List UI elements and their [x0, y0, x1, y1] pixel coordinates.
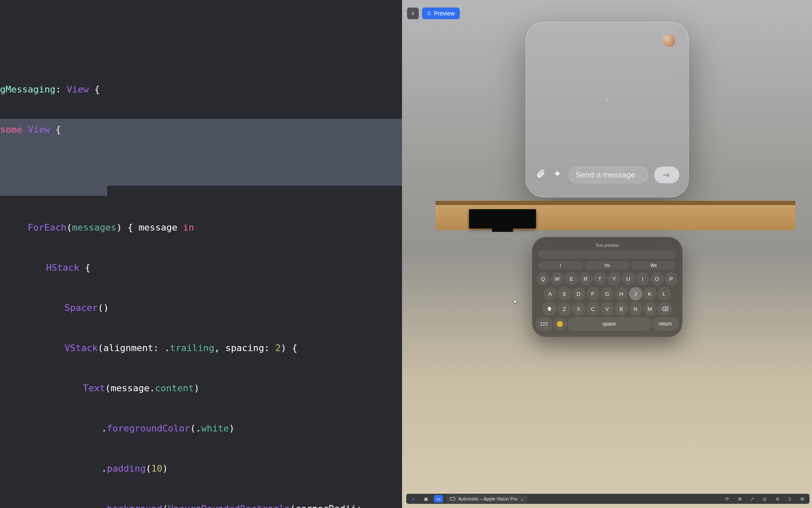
- preview-pill[interactable]: Preview: [422, 8, 460, 19]
- zoom-in-icon[interactable]: ⊕: [735, 495, 744, 503]
- key-z[interactable]: Z: [558, 302, 571, 316]
- app-window: ⌄ Send a message ➔: [526, 22, 689, 198]
- key-return[interactable]: return: [652, 317, 679, 331]
- key-h[interactable]: H: [615, 287, 628, 300]
- message-placeholder: Send a message: [576, 170, 636, 180]
- key-c[interactable]: C: [586, 302, 600, 316]
- zoom-100-icon[interactable]: ◎: [760, 495, 769, 503]
- canvas-bottom-bar: ● ▣ ▭ Automatic – Apple Vision Pro ⌄ ⟳ ⊕…: [406, 494, 809, 504]
- delete-icon: [662, 306, 668, 311]
- key-m[interactable]: M: [643, 302, 657, 316]
- key-t[interactable]: T: [593, 272, 607, 285]
- key-a[interactable]: A: [544, 287, 557, 300]
- key-f[interactable]: F: [586, 287, 600, 300]
- pin-icon: [410, 11, 415, 16]
- key-e[interactable]: E: [565, 272, 578, 285]
- device-selector[interactable]: Automatic – Apple Vision Pro ⌄: [446, 495, 527, 503]
- shift-icon: [546, 306, 552, 312]
- paperclip-icon[interactable]: [535, 169, 546, 181]
- key-u[interactable]: U: [622, 272, 635, 285]
- arrow-right-icon: ➔: [663, 170, 670, 180]
- keyboard-preview-label: Text preview: [536, 243, 679, 248]
- bookmark-icon: [427, 11, 431, 15]
- key-s[interactable]: S: [558, 287, 571, 300]
- preview-canvas: Preview ⌄ Send a message ➔ Text preview: [402, 0, 812, 508]
- key-v[interactable]: V: [601, 302, 614, 316]
- key-p[interactable]: P: [665, 272, 678, 285]
- message-composer: Send a message ➔: [535, 165, 679, 185]
- key-l[interactable]: L: [657, 287, 671, 300]
- bounds-icon[interactable]: ▣: [421, 495, 430, 503]
- rotate-icon[interactable]: ⟳: [722, 495, 732, 503]
- avatar[interactable]: [662, 34, 676, 47]
- svg-rect-0: [450, 498, 455, 500]
- key-shift[interactable]: [542, 302, 557, 316]
- selectable-icon[interactable]: ▭: [434, 495, 443, 503]
- device-frame-icon[interactable]: ⧉: [798, 495, 807, 503]
- key-k[interactable]: K: [643, 287, 657, 300]
- layout-icon[interactable]: ▯: [785, 495, 794, 503]
- key-w[interactable]: W: [551, 272, 564, 285]
- key-b[interactable]: B: [615, 302, 628, 316]
- send-button[interactable]: ➔: [654, 167, 679, 183]
- keyboard-preview-field[interactable]: [538, 250, 676, 259]
- suggestion[interactable]: We: [631, 261, 676, 269]
- key-n[interactable]: N: [629, 302, 642, 316]
- live-indicator-icon[interactable]: ●: [409, 495, 418, 503]
- zoom-fit-icon[interactable]: ⤢: [748, 495, 757, 503]
- key-123[interactable]: 123: [536, 317, 552, 331]
- key-i[interactable]: I: [636, 272, 650, 285]
- key-o[interactable]: O: [650, 272, 664, 285]
- suggestion[interactable]: I: [538, 261, 583, 269]
- zoom-out-icon[interactable]: ⊖: [773, 495, 782, 503]
- bolt-icon[interactable]: [552, 169, 563, 181]
- key-y[interactable]: Y: [608, 272, 621, 285]
- suggestion-row: I I'm We: [538, 261, 676, 269]
- key-g[interactable]: G: [601, 287, 614, 300]
- code-editor[interactable]: gMessaging: View { some View { ForEach(m…: [0, 0, 402, 508]
- chevron-down-icon: ⌄: [604, 93, 610, 103]
- suggestion[interactable]: I'm: [585, 261, 629, 269]
- key-delete[interactable]: [657, 302, 673, 316]
- preview-toolbar: Preview: [407, 8, 460, 19]
- headset-icon: [450, 497, 456, 501]
- message-input[interactable]: Send a message: [569, 167, 648, 183]
- virtual-keyboard: Text preview I I'm We QWERTYUIOP ASDFGHJ…: [532, 237, 683, 337]
- cursor-icon: [513, 299, 519, 305]
- key-d[interactable]: D: [572, 287, 585, 300]
- chevron-down-icon: ⌄: [520, 496, 524, 502]
- device-label: Automatic – Apple Vision Pro: [458, 496, 518, 501]
- key-q[interactable]: Q: [536, 272, 550, 285]
- preview-label: Preview: [434, 10, 455, 17]
- key-r[interactable]: R: [579, 272, 593, 285]
- key-space[interactable]: space: [567, 317, 651, 331]
- pin-button[interactable]: [407, 8, 419, 19]
- tv: [469, 209, 536, 228]
- key-j[interactable]: J: [629, 287, 642, 300]
- emoji-icon: 😊: [557, 321, 563, 327]
- key-emoji[interactable]: 😊: [553, 317, 567, 331]
- key-x[interactable]: X: [572, 302, 585, 316]
